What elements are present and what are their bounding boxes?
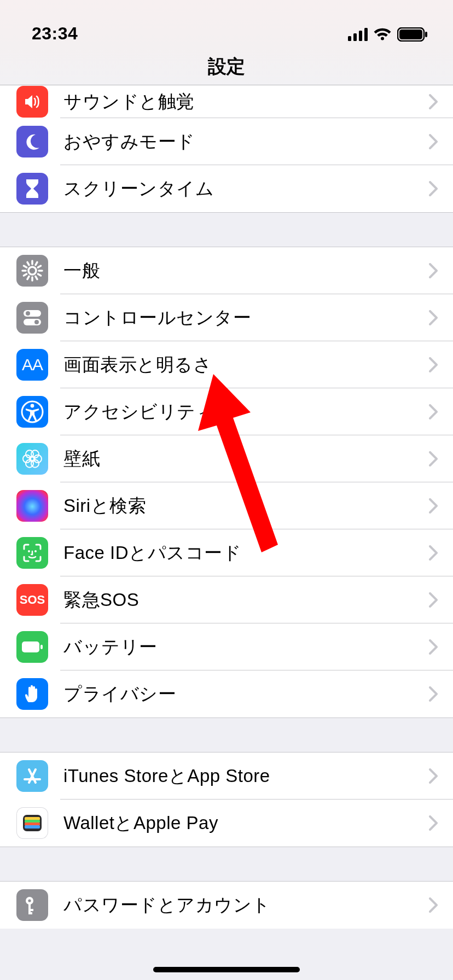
settings-row-controlcenter[interactable]: コントロールセンター <box>0 294 453 341</box>
settings-row-label: パスワードとアカウント <box>63 893 429 918</box>
settings-row-passwords[interactable]: パスワードとアカウント <box>0 882 453 929</box>
chevron-right-icon <box>429 181 438 196</box>
settings-row-accessibility[interactable]: アクセシビリティ <box>0 388 453 435</box>
settings-group: サウンドと触覚おやすみモードスクリーンタイム <box>0 85 453 213</box>
chevron-right-icon <box>429 263 438 278</box>
svg-rect-5 <box>399 30 422 39</box>
settings-row-screentime[interactable]: スクリーンタイム <box>0 165 453 212</box>
cellular-icon <box>348 28 368 43</box>
chevron-right-icon <box>429 451 438 466</box>
settings-row-label: 壁紙 <box>63 447 429 471</box>
settings-row-label: iTunes StoreとApp Store <box>63 764 429 789</box>
settings-row-label: サウンドと触覚 <box>63 90 429 114</box>
chevron-right-icon <box>429 897 438 913</box>
svg-rect-36 <box>40 645 43 649</box>
toggles-icon <box>16 302 48 334</box>
chevron-right-icon <box>429 815 438 831</box>
svg-point-23 <box>34 320 39 324</box>
status-icons <box>348 27 428 44</box>
chevron-right-icon <box>429 94 438 109</box>
chevron-right-icon <box>429 686 438 702</box>
svg-rect-46 <box>28 909 33 911</box>
settings-row-sounds[interactable]: サウンドと触覚 <box>0 85 453 118</box>
settings-row-sos[interactable]: SOS緊急SOS <box>0 576 453 623</box>
settings-row-dnd[interactable]: おやすみモード <box>0 118 453 165</box>
chevron-right-icon <box>429 592 438 608</box>
wallet-icon <box>16 807 48 839</box>
appstore-icon <box>16 760 48 792</box>
settings-row-wallet[interactable]: WalletとApple Pay <box>0 800 453 847</box>
svg-rect-1 <box>353 33 357 41</box>
settings-row-label: スクリーンタイム <box>63 177 429 201</box>
svg-line-9 <box>38 274 40 276</box>
sos-icon: SOS <box>16 584 48 616</box>
accessibility-icon <box>16 396 48 428</box>
svg-rect-42 <box>25 825 40 829</box>
gear-icon <box>16 255 48 287</box>
hourglass-icon <box>16 173 48 205</box>
battery-icon <box>397 27 428 44</box>
svg-point-33 <box>28 550 30 552</box>
settings-row-label: 一般 <box>63 259 429 283</box>
svg-rect-2 <box>359 31 362 41</box>
chevron-right-icon <box>429 357 438 372</box>
settings-row-label: 緊急SOS <box>63 588 429 612</box>
chevron-right-icon <box>429 404 438 419</box>
settings-row-label: 画面表示と明るさ <box>63 353 429 377</box>
chevron-right-icon <box>429 498 438 514</box>
status-bar: 23:34 <box>0 0 453 48</box>
svg-line-18 <box>36 262 37 265</box>
key-icon <box>16 889 48 921</box>
settings-row-label: WalletとApple Pay <box>63 811 429 836</box>
battery-icon <box>16 631 48 663</box>
chevron-right-icon <box>429 310 438 325</box>
svg-point-34 <box>34 550 37 552</box>
svg-point-25 <box>31 404 34 408</box>
svg-line-19 <box>38 266 40 267</box>
svg-line-12 <box>27 276 29 279</box>
chevron-right-icon <box>429 545 438 561</box>
chevron-right-icon <box>429 768 438 784</box>
svg-rect-35 <box>22 641 39 652</box>
aa-icon: AA <box>16 349 48 381</box>
settings-row-siri[interactable]: Siriと検索 <box>0 482 453 529</box>
flower-icon <box>16 443 48 475</box>
settings-row-display[interactable]: AA画面表示と明るさ <box>0 341 453 388</box>
svg-line-10 <box>36 276 37 279</box>
settings-row-itunes[interactable]: iTunes StoreとApp Store <box>0 752 453 800</box>
home-indicator <box>153 967 300 972</box>
settings-row-privacy[interactable]: プライバシー <box>0 670 453 718</box>
speaker-icon <box>16 86 48 118</box>
settings-row-battery[interactable]: バッテリー <box>0 623 453 670</box>
hand-icon <box>16 678 48 710</box>
settings-row-label: プライバシー <box>63 682 429 707</box>
svg-line-15 <box>24 266 26 267</box>
settings-row-label: バッテリー <box>63 635 429 660</box>
svg-line-13 <box>24 274 26 276</box>
page-title: 設定 <box>208 54 245 79</box>
settings-row-label: Face IDとパスコード <box>63 541 429 565</box>
settings-group: パスワードとアカウント <box>0 881 453 929</box>
svg-rect-47 <box>28 912 32 914</box>
chevron-right-icon <box>429 134 438 149</box>
wifi-icon <box>373 28 392 43</box>
svg-rect-45 <box>28 903 31 913</box>
settings-row-general[interactable]: 一般 <box>0 247 453 294</box>
settings-row-faceid[interactable]: Face IDとパスコード <box>0 529 453 576</box>
svg-rect-0 <box>348 36 351 41</box>
svg-rect-3 <box>364 28 368 41</box>
settings-row-label: アクセシビリティ <box>63 400 429 424</box>
svg-point-21 <box>26 311 30 316</box>
moon-icon <box>16 126 48 158</box>
svg-point-44 <box>28 899 31 902</box>
siri-icon <box>16 490 48 522</box>
settings-row-label: おやすみモード <box>63 130 429 154</box>
svg-line-16 <box>27 262 29 265</box>
settings-group: iTunes StoreとApp StoreWalletとApple Pay <box>0 752 453 847</box>
chevron-right-icon <box>429 639 438 655</box>
settings-list[interactable]: サウンドと触覚おやすみモードスクリーンタイム一般コントロールセンターAA画面表示… <box>0 85 453 929</box>
settings-row-label: Siriと検索 <box>63 494 429 518</box>
face-icon <box>16 537 48 569</box>
settings-row-wallpaper[interactable]: 壁紙 <box>0 435 453 482</box>
settings-row-label: コントロールセンター <box>63 306 429 330</box>
